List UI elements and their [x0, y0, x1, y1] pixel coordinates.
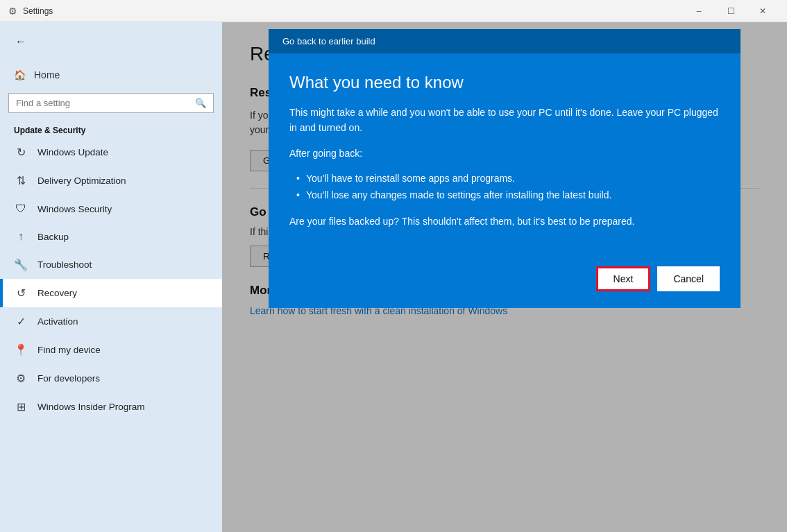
title-bar: ⚙ Settings – ☐ ✕	[0, 0, 787, 22]
main-content: Recovery Reset this PC If your PC isn't …	[222, 22, 787, 532]
sidebar-item-windows-security[interactable]: 🛡 Windows Security	[0, 195, 222, 223]
modal-title: What you need to know	[289, 73, 720, 92]
recovery-icon: ↺	[14, 286, 28, 300]
sidebar-item-for-developers[interactable]: ⚙ For developers	[0, 364, 222, 393]
app-icon: ⚙	[8, 6, 17, 17]
sidebar-item-recovery[interactable]: ↺ Recovery	[0, 279, 222, 307]
delivery-optimization-icon: ⇅	[14, 174, 28, 187]
cancel-button[interactable]: Cancel	[657, 266, 720, 291]
modal-bullet-1: You'll have to reinstall some apps and p…	[296, 171, 720, 187]
modal-dialog: Go back to earlier build What you need t…	[269, 29, 741, 308]
title-bar-title: Settings	[23, 6, 683, 16]
modal-footer: Next Cancel	[269, 255, 741, 308]
sidebar-item-windows-insider[interactable]: ⊞ Windows Insider Program	[0, 393, 222, 421]
sidebar-item-home[interactable]: 🏠 Home	[0, 61, 222, 89]
search-input[interactable]	[9, 94, 188, 112]
sidebar-section-label: Update & Security	[0, 120, 222, 138]
maximize-button[interactable]: ☐	[715, 0, 747, 22]
sidebar-items: ↻ Windows Update ⇅ Delivery Optimization…	[0, 138, 222, 421]
activation-icon: ✓	[14, 315, 28, 328]
delivery-optimization-label: Delivery Optimization	[37, 175, 126, 186]
modal-bullet-2: You'll lose any changes made to settings…	[296, 187, 720, 204]
for-developers-label: For developers	[37, 373, 100, 384]
sidebar-nav-top: ←	[0, 22, 222, 61]
sidebar-item-delivery-optimization[interactable]: ⇅ Delivery Optimization	[0, 166, 222, 195]
modal-after-going-back: After going back:	[289, 146, 720, 161]
search-box: 🔍	[8, 93, 214, 113]
troubleshoot-icon: 🔧	[14, 258, 28, 271]
activation-label: Activation	[37, 316, 78, 327]
search-icon: 🔍	[188, 94, 213, 112]
backup-icon: ↑	[14, 230, 28, 243]
troubleshoot-label: Troubleshoot	[37, 259, 92, 270]
find-my-device-label: Find my device	[37, 345, 101, 355]
home-label: Home	[34, 69, 60, 80]
home-icon: 🏠	[14, 69, 26, 80]
modal-paragraph-1: This might take a while and you won't be…	[289, 105, 720, 136]
windows-insider-label: Windows Insider Program	[37, 402, 145, 412]
sidebar-item-windows-update[interactable]: ↻ Windows Update	[0, 138, 222, 166]
windows-security-icon: 🛡	[14, 203, 28, 215]
windows-security-label: Windows Security	[37, 204, 112, 214]
sidebar-item-activation[interactable]: ✓ Activation	[0, 307, 222, 336]
modal-bullet-list: You'll have to reinstall some apps and p…	[289, 171, 720, 204]
sidebar-item-find-my-device[interactable]: 📍 Find my device	[0, 336, 222, 364]
window-controls: – ☐ ✕	[683, 0, 779, 22]
for-developers-icon: ⚙	[14, 372, 28, 385]
sidebar-item-backup[interactable]: ↑ Backup	[0, 223, 222, 250]
close-button[interactable]: ✕	[747, 0, 779, 22]
modal-paragraph-2: Are your files backed up? This shouldn't…	[289, 214, 720, 229]
next-button[interactable]: Next	[596, 266, 651, 291]
recovery-label: Recovery	[37, 288, 77, 298]
modal-overlay: Go back to earlier build What you need t…	[222, 22, 787, 532]
find-my-device-icon: 📍	[14, 343, 28, 357]
backup-label: Backup	[37, 232, 69, 242]
modal-header: Go back to earlier build	[269, 29, 741, 53]
app-container: ← 🏠 Home 🔍 Update & Security ↻ Windows U…	[0, 22, 787, 532]
sidebar-item-troubleshoot[interactable]: 🔧 Troubleshoot	[0, 250, 222, 279]
modal-body: What you need to know This might take a …	[269, 53, 741, 255]
sidebar: ← 🏠 Home 🔍 Update & Security ↻ Windows U…	[0, 22, 222, 532]
minimize-button[interactable]: –	[683, 0, 715, 22]
windows-insider-icon: ⊞	[14, 400, 28, 413]
windows-update-icon: ↻	[14, 146, 28, 159]
windows-update-label: Windows Update	[37, 147, 108, 157]
back-button[interactable]: ←	[11, 32, 31, 51]
